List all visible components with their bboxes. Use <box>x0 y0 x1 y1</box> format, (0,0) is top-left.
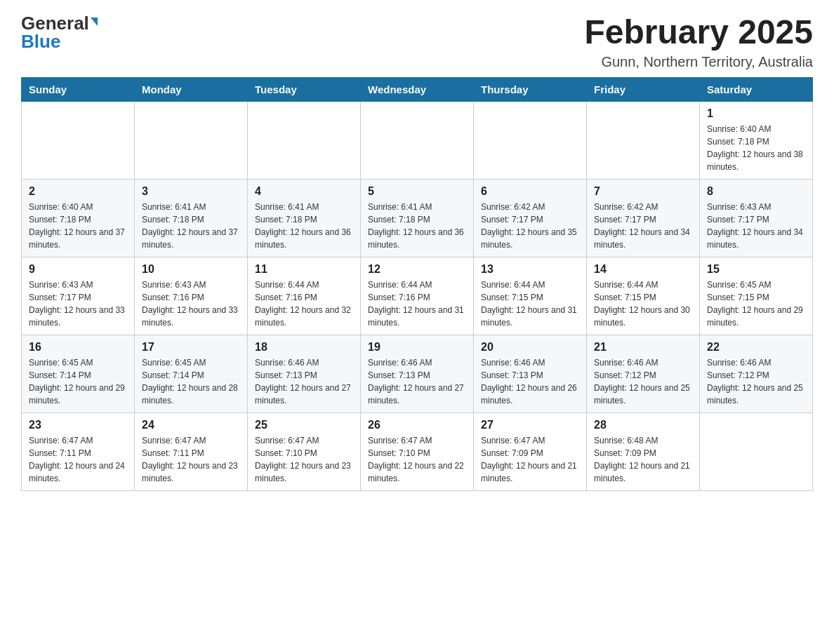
day-info: Sunrise: 6:48 AM Sunset: 7:09 PM Dayligh… <box>594 434 692 485</box>
day-number: 8 <box>707 185 805 198</box>
calendar-cell: 14Sunrise: 6:44 AM Sunset: 7:15 PM Dayli… <box>587 257 700 335</box>
calendar-cell: 1Sunrise: 6:40 AM Sunset: 7:18 PM Daylig… <box>700 101 813 179</box>
day-info: Sunrise: 6:47 AM Sunset: 7:10 PM Dayligh… <box>368 434 466 485</box>
calendar-cell <box>361 101 474 179</box>
week-row-5: 23Sunrise: 6:47 AM Sunset: 7:11 PM Dayli… <box>22 412 813 490</box>
day-number: 6 <box>481 185 579 198</box>
day-number: 14 <box>594 263 692 276</box>
day-info: Sunrise: 6:47 AM Sunset: 7:11 PM Dayligh… <box>29 434 127 485</box>
day-number: 2 <box>29 185 127 198</box>
day-number: 7 <box>594 185 692 198</box>
calendar-cell: 8Sunrise: 6:43 AM Sunset: 7:17 PM Daylig… <box>700 179 813 257</box>
calendar-cell: 13Sunrise: 6:44 AM Sunset: 7:15 PM Dayli… <box>474 257 587 335</box>
day-number: 27 <box>481 419 579 431</box>
logo: General Blue <box>21 14 98 51</box>
day-number: 5 <box>368 185 466 198</box>
calendar-cell: 27Sunrise: 6:47 AM Sunset: 7:09 PM Dayli… <box>474 412 587 490</box>
day-number: 28 <box>594 419 692 431</box>
calendar-cell: 9Sunrise: 6:43 AM Sunset: 7:17 PM Daylig… <box>22 257 135 335</box>
day-number: 10 <box>142 263 240 276</box>
day-info: Sunrise: 6:43 AM Sunset: 7:17 PM Dayligh… <box>29 279 127 329</box>
header-monday: Monday <box>135 77 248 101</box>
page-header: General Blue February 2025 Gunn, Norther… <box>21 14 813 70</box>
calendar-cell: 3Sunrise: 6:41 AM Sunset: 7:18 PM Daylig… <box>135 179 248 257</box>
day-number: 17 <box>142 341 240 354</box>
day-info: Sunrise: 6:43 AM Sunset: 7:17 PM Dayligh… <box>707 201 805 251</box>
week-row-4: 16Sunrise: 6:45 AM Sunset: 7:14 PM Dayli… <box>22 335 813 412</box>
calendar-cell: 4Sunrise: 6:41 AM Sunset: 7:18 PM Daylig… <box>248 179 361 257</box>
calendar-cell <box>248 101 361 179</box>
day-info: Sunrise: 6:40 AM Sunset: 7:18 PM Dayligh… <box>29 201 127 251</box>
day-number: 15 <box>707 263 805 276</box>
header-saturday: Saturday <box>700 77 813 101</box>
day-info: Sunrise: 6:47 AM Sunset: 7:09 PM Dayligh… <box>481 434 579 485</box>
week-row-2: 2Sunrise: 6:40 AM Sunset: 7:18 PM Daylig… <box>22 179 813 257</box>
calendar-cell: 5Sunrise: 6:41 AM Sunset: 7:18 PM Daylig… <box>361 179 474 257</box>
calendar-cell: 18Sunrise: 6:46 AM Sunset: 7:13 PM Dayli… <box>248 335 361 412</box>
logo-general-text: General <box>21 14 89 32</box>
day-number: 3 <box>142 185 240 198</box>
day-number: 11 <box>255 263 353 276</box>
day-info: Sunrise: 6:44 AM Sunset: 7:15 PM Dayligh… <box>594 279 692 329</box>
calendar-cell: 25Sunrise: 6:47 AM Sunset: 7:10 PM Dayli… <box>248 412 361 490</box>
calendar-cell <box>474 101 587 179</box>
calendar-cell: 2Sunrise: 6:40 AM Sunset: 7:18 PM Daylig… <box>22 179 135 257</box>
day-info: Sunrise: 6:41 AM Sunset: 7:18 PM Dayligh… <box>142 201 240 251</box>
day-info: Sunrise: 6:44 AM Sunset: 7:16 PM Dayligh… <box>368 279 466 329</box>
calendar-cell <box>135 101 248 179</box>
day-number: 24 <box>142 419 240 431</box>
day-number: 26 <box>368 419 466 431</box>
calendar-cell: 28Sunrise: 6:48 AM Sunset: 7:09 PM Dayli… <box>587 412 700 490</box>
day-info: Sunrise: 6:47 AM Sunset: 7:10 PM Dayligh… <box>255 434 353 485</box>
day-info: Sunrise: 6:40 AM Sunset: 7:18 PM Dayligh… <box>707 123 805 173</box>
day-number: 1 <box>707 107 805 120</box>
header-tuesday: Tuesday <box>248 77 361 101</box>
day-info: Sunrise: 6:42 AM Sunset: 7:17 PM Dayligh… <box>481 201 579 251</box>
calendar-header-row: SundayMondayTuesdayWednesdayThursdayFrid… <box>22 77 813 101</box>
week-row-3: 9Sunrise: 6:43 AM Sunset: 7:17 PM Daylig… <box>22 257 813 335</box>
day-number: 23 <box>29 419 127 431</box>
calendar-cell: 12Sunrise: 6:44 AM Sunset: 7:16 PM Dayli… <box>361 257 474 335</box>
day-info: Sunrise: 6:46 AM Sunset: 7:13 PM Dayligh… <box>255 356 353 407</box>
day-number: 18 <box>255 341 353 354</box>
calendar-cell: 7Sunrise: 6:42 AM Sunset: 7:17 PM Daylig… <box>587 179 700 257</box>
day-number: 13 <box>481 263 579 276</box>
calendar-table: SundayMondayTuesdayWednesdayThursdayFrid… <box>21 77 813 491</box>
location-text: Gunn, Northern Territory, Australia <box>584 54 813 70</box>
day-number: 21 <box>594 341 692 354</box>
calendar-cell: 10Sunrise: 6:43 AM Sunset: 7:16 PM Dayli… <box>135 257 248 335</box>
day-number: 9 <box>29 263 127 276</box>
title-section: February 2025 Gunn, Northern Territory, … <box>584 14 813 70</box>
day-info: Sunrise: 6:46 AM Sunset: 7:13 PM Dayligh… <box>481 356 579 407</box>
day-number: 25 <box>255 419 353 431</box>
day-number: 19 <box>368 341 466 354</box>
calendar-cell: 15Sunrise: 6:45 AM Sunset: 7:15 PM Dayli… <box>700 257 813 335</box>
day-info: Sunrise: 6:42 AM Sunset: 7:17 PM Dayligh… <box>594 201 692 251</box>
header-thursday: Thursday <box>474 77 587 101</box>
calendar-cell: 11Sunrise: 6:44 AM Sunset: 7:16 PM Dayli… <box>248 257 361 335</box>
day-info: Sunrise: 6:45 AM Sunset: 7:14 PM Dayligh… <box>142 356 240 407</box>
calendar-cell: 23Sunrise: 6:47 AM Sunset: 7:11 PM Dayli… <box>22 412 135 490</box>
day-number: 4 <box>255 185 353 198</box>
day-info: Sunrise: 6:41 AM Sunset: 7:18 PM Dayligh… <box>368 201 466 251</box>
header-friday: Friday <box>587 77 700 101</box>
day-number: 20 <box>481 341 579 354</box>
calendar-cell: 19Sunrise: 6:46 AM Sunset: 7:13 PM Dayli… <box>361 335 474 412</box>
day-info: Sunrise: 6:43 AM Sunset: 7:16 PM Dayligh… <box>142 279 240 329</box>
month-title: February 2025 <box>584 14 813 51</box>
calendar-cell: 16Sunrise: 6:45 AM Sunset: 7:14 PM Dayli… <box>22 335 135 412</box>
header-sunday: Sunday <box>22 77 135 101</box>
calendar-cell <box>22 101 135 179</box>
calendar-cell <box>700 412 813 490</box>
day-number: 12 <box>368 263 466 276</box>
calendar-cell: 21Sunrise: 6:46 AM Sunset: 7:12 PM Dayli… <box>587 335 700 412</box>
day-info: Sunrise: 6:45 AM Sunset: 7:15 PM Dayligh… <box>707 279 805 329</box>
day-info: Sunrise: 6:44 AM Sunset: 7:16 PM Dayligh… <box>255 279 353 329</box>
calendar-cell: 22Sunrise: 6:46 AM Sunset: 7:12 PM Dayli… <box>700 335 813 412</box>
day-info: Sunrise: 6:46 AM Sunset: 7:13 PM Dayligh… <box>368 356 466 407</box>
calendar-cell: 26Sunrise: 6:47 AM Sunset: 7:10 PM Dayli… <box>361 412 474 490</box>
day-number: 16 <box>29 341 127 354</box>
day-info: Sunrise: 6:41 AM Sunset: 7:18 PM Dayligh… <box>255 201 353 251</box>
calendar-cell: 24Sunrise: 6:47 AM Sunset: 7:11 PM Dayli… <box>135 412 248 490</box>
day-number: 22 <box>707 341 805 354</box>
